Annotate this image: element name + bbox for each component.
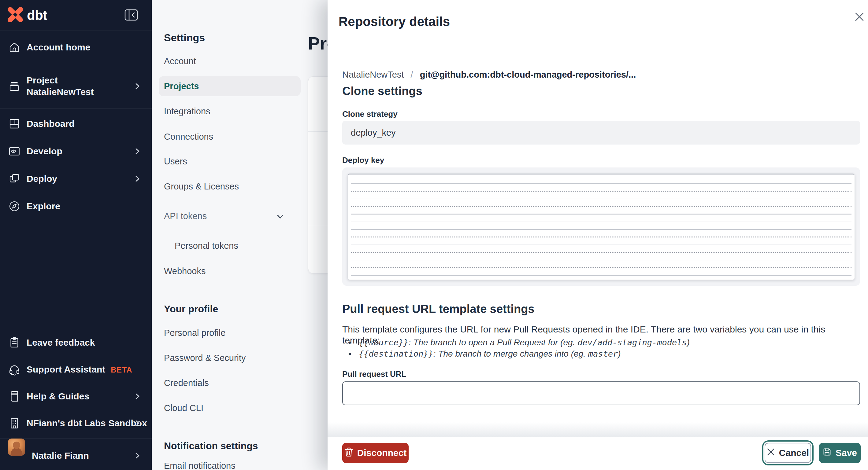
- trash-icon: [344, 447, 353, 459]
- chevron-right-icon: [134, 452, 141, 459]
- pull-request-url-input[interactable]: [342, 381, 860, 405]
- deploy-key-field[interactable]: [342, 167, 860, 286]
- code-window-icon: [8, 145, 21, 158]
- headset-icon: [8, 363, 21, 376]
- sidebar-item-label: Help & Guides: [27, 391, 89, 402]
- settings-nav-email-notifications[interactable]: Email notifications: [164, 461, 236, 470]
- settings-nav-password-security[interactable]: Password & Security: [164, 353, 246, 363]
- sidebar-user-menu[interactable]: Natalie Fiann: [0, 447, 152, 464]
- settings-nav-account[interactable]: Account: [164, 56, 196, 66]
- sidebar-item-label: Dashboard: [27, 119, 74, 129]
- disconnect-button[interactable]: Disconnect: [342, 443, 409, 463]
- user-avatar: [8, 439, 25, 456]
- notifications-section-heading: Notification settings: [164, 440, 258, 452]
- pr-template-heading: Pull request URL template settings: [342, 303, 535, 316]
- settings-nav-personal-tokens[interactable]: Personal tokens: [175, 241, 238, 251]
- chevron-right-icon: [134, 393, 141, 400]
- sidebar-item-develop[interactable]: Develop: [0, 137, 152, 165]
- profile-section-heading: Your profile: [164, 303, 218, 315]
- building-icon: [8, 417, 21, 430]
- dashboard-icon: [8, 118, 21, 130]
- pull-request-url-label: Pull request URL: [342, 369, 406, 379]
- sidebar-item-explore[interactable]: Explore: [0, 193, 152, 220]
- repository-details-drawer: Repository details NatalieNewTest / git@…: [328, 0, 868, 470]
- settings-nav-integrations[interactable]: Integrations: [164, 106, 210, 116]
- compass-icon: [8, 200, 21, 213]
- project-icon: [8, 80, 21, 93]
- clone-strategy-label: Clone strategy: [342, 109, 398, 119]
- collapse-sidebar-icon[interactable]: [124, 8, 138, 22]
- sidebar-item-label: Explore: [27, 201, 60, 211]
- chevron-right-icon: [134, 83, 141, 90]
- settings-nav-groups-licenses[interactable]: Groups & Licenses: [164, 181, 239, 192]
- settings-nav-connections[interactable]: Connections: [164, 132, 213, 142]
- save-disk-icon: [823, 448, 831, 459]
- sidebar-item-account-home[interactable]: Account home: [0, 34, 152, 61]
- save-button[interactable]: Save: [819, 443, 861, 463]
- sidebar-item-support-assistant[interactable]: Support AssistantBETA: [0, 356, 152, 383]
- sidebar-item-help-guides[interactable]: Help & Guides: [0, 383, 152, 410]
- sidebar-item-leave-feedback[interactable]: Leave feedback: [0, 329, 152, 356]
- app-sidebar: dbt Account home Project NatalieNewTest: [0, 0, 152, 470]
- drawer-footer: Disconnect Cancel Save: [328, 437, 868, 470]
- settings-nav-credentials[interactable]: Credentials: [164, 378, 209, 388]
- settings-nav-projects[interactable]: Projects: [164, 81, 199, 91]
- pr-template-variables-list: {{source}}: The branch to open a Pull Re…: [348, 337, 690, 359]
- sidebar-item-label: Project NatalieNewTest: [27, 74, 94, 98]
- settings-nav-personal-profile[interactable]: Personal profile: [164, 328, 226, 338]
- dbt-logo-text: dbt: [27, 8, 47, 23]
- cancel-button[interactable]: Cancel: [765, 443, 811, 463]
- chevron-right-icon: [134, 175, 141, 182]
- sidebar-item-label: Account home: [27, 42, 90, 53]
- clipboard-icon: [8, 336, 21, 349]
- home-icon: [8, 41, 21, 54]
- breadcrumb-project[interactable]: NatalieNewTest: [342, 70, 404, 79]
- breadcrumb-repo: git@github.com:dbt-cloud-managed-reposit…: [420, 70, 636, 79]
- sidebar-item-label: Deploy: [27, 174, 57, 184]
- chevron-right-icon: [134, 148, 141, 155]
- sidebar-item-label: NFiann's dbt Labs Sandbox: [27, 418, 147, 429]
- divider: [0, 31, 152, 31]
- deploy-key-label: Deploy key: [342, 156, 384, 165]
- divider: [0, 63, 152, 63]
- sidebar-item-dashboard[interactable]: Dashboard: [0, 110, 152, 137]
- breadcrumb: NatalieNewTest / git@github.com:dbt-clou…: [342, 70, 636, 80]
- clone-settings-heading: Clone settings: [342, 85, 423, 98]
- chevron-right-icon: [134, 420, 141, 427]
- sidebar-item-deploy[interactable]: Deploy: [0, 165, 152, 193]
- sidebar-header: dbt: [0, 0, 152, 31]
- windows-icon: [8, 172, 21, 185]
- settings-nav-title: Settings: [164, 32, 205, 44]
- breadcrumb-separator: /: [411, 70, 413, 79]
- settings-nav-api-tokens[interactable]: API tokens: [164, 211, 286, 221]
- dbt-logo: dbt: [7, 7, 47, 24]
- sidebar-item-label: Leave feedback: [27, 337, 95, 348]
- sidebar-item-org-sandbox[interactable]: NFiann's dbt Labs Sandbox: [0, 410, 152, 437]
- deploy-key-redacted-content: [348, 174, 855, 280]
- sidebar-item-label: Support AssistantBETA: [27, 364, 132, 375]
- sidebar-item-label: Develop: [27, 146, 62, 157]
- user-name: Natalie Fiann: [32, 450, 89, 461]
- beta-badge: BETA: [111, 366, 132, 374]
- book-icon: [8, 390, 21, 403]
- settings-nav-users[interactable]: Users: [164, 157, 187, 167]
- dbt-logo-icon: [7, 7, 23, 24]
- chevron-down-icon: [277, 212, 284, 220]
- list-item: {{source}}: The branch to open a Pull Re…: [348, 337, 690, 348]
- divider: [0, 108, 152, 108]
- settings-nav-webhooks[interactable]: Webhooks: [164, 266, 206, 276]
- x-icon: [767, 448, 775, 458]
- clone-strategy-field[interactable]: deploy_key: [342, 121, 860, 144]
- settings-nav-cloud-cli[interactable]: Cloud CLI: [164, 403, 204, 413]
- list-item: {{destination}}: The branch to merge cha…: [348, 348, 690, 359]
- sidebar-item-project[interactable]: Project NatalieNewTest: [0, 64, 152, 108]
